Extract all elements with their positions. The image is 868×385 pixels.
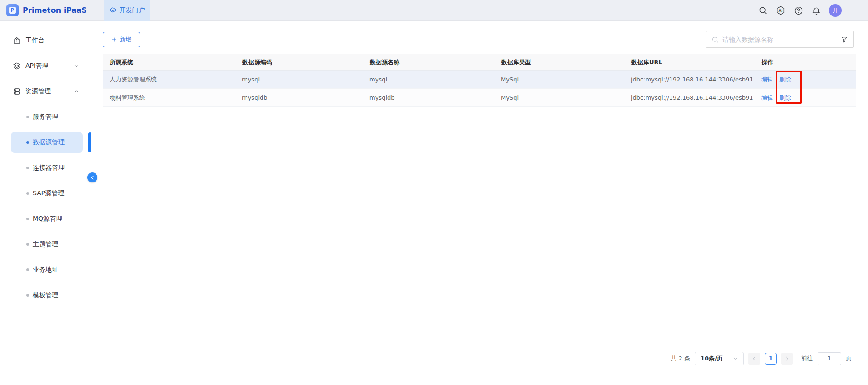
cell-db-type: MySql [495,89,625,106]
sidebar-subitem-connector-management[interactable]: 连接器管理 [0,155,92,181]
datasource-table-card: 所属系统 数据源编码 数据源名称 数据库类型 数据库URL 操作 人力资源管理系… [103,54,856,370]
notification-bell-icon[interactable] [811,5,821,15]
bullet-icon [26,141,29,144]
sidebar-subitem-label: SAP源管理 [33,189,64,198]
sidebar-item-label: API管理 [25,62,48,70]
sidebar-nav: 工作台 API管理 资源管理 服务管理 数据 [0,21,92,385]
ai-assistant-icon[interactable]: AI [776,5,786,15]
table-row: 物料管理系统 mysqldb mysqldb MySql jdbc:mysql:… [103,89,856,107]
next-page-button[interactable] [781,353,793,365]
page-unit-label: 页 [846,355,852,363]
delete-link[interactable]: 删除 [779,76,791,84]
goto-page-input[interactable] [818,352,841,365]
edit-link[interactable]: 编辑 [761,94,773,102]
cell-name: mysql [363,71,495,88]
bullet-icon [26,243,29,246]
cell-system: 人力资源管理系统 [103,71,236,88]
search-input[interactable] [722,36,837,43]
cell-code: mysqldb [236,89,363,106]
cell-system: 物料管理系统 [103,89,236,106]
table-header-row: 所属系统 数据源编码 数据源名称 数据库类型 数据库URL 操作 [103,54,856,71]
add-button[interactable]: 新增 [103,32,140,47]
logo-icon: P [6,4,19,16]
sidebar-item-resource-management[interactable]: 资源管理 [0,79,92,104]
bullet-icon [26,294,29,297]
prev-page-button[interactable] [748,353,760,365]
search-icon[interactable] [758,5,768,15]
column-header-name: 数据源名称 [363,54,495,70]
cell-db-url: jdbc:mysql://192.168.16.144:3306/esb91 [625,71,755,88]
bullet-icon [26,218,29,220]
user-avatar[interactable]: 开 [829,4,842,17]
sidebar-subitem-label: 数据源管理 [33,138,65,147]
top-header: P Primeton iPaaS 开发门户 AI 开 [0,0,868,21]
filter-funnel-icon[interactable] [841,36,848,43]
chevron-left-icon [752,356,757,361]
delete-link[interactable]: 删除 [779,94,791,102]
pagination-total: 共 2 条 [671,355,690,363]
chevron-down-icon [74,63,79,69]
chevron-right-icon [784,356,790,361]
sidebar-item-api-management[interactable]: API管理 [0,53,92,79]
table-empty-area [103,107,856,347]
edit-link[interactable]: 编辑 [761,76,773,84]
chevron-left-icon [90,175,95,180]
datasource-search-box [706,31,854,48]
column-header-code: 数据源编码 [236,54,363,70]
column-header-db-url: 数据库URL [625,54,755,70]
cell-actions: 编辑 删除 [755,89,856,106]
sidebar-subitem-label: 服务管理 [33,113,58,121]
app-title: Primeton iPaaS [23,6,87,15]
page-size-select[interactable]: 10条/页 [695,352,744,365]
layers-icon [109,7,116,14]
table-row: 人力资源管理系统 mysql mysql MySql jdbc:mysql://… [103,71,856,89]
chevron-up-icon [74,89,79,94]
column-header-actions: 操作 [755,54,856,70]
sidebar-subitem-label: MQ源管理 [33,215,62,223]
column-header-system: 所属系统 [103,54,236,70]
pagination-bar: 共 2 条 10条/页 1 前往 页 [103,347,856,370]
sidebar-collapse-button[interactable] [87,172,97,182]
add-button-label: 新增 [120,35,131,44]
help-icon[interactable] [793,5,803,15]
brand-logo: P Primeton iPaaS [0,4,97,16]
active-item-indicator [88,132,91,152]
cell-actions: 编辑 删除 [755,71,856,88]
search-icon [712,36,719,43]
cell-code: mysql [236,71,363,88]
app-window: P Primeton iPaaS 开发门户 AI 开 [0,0,868,385]
plus-icon [111,37,117,42]
goto-label: 前往 [801,355,813,363]
resource-server-icon [13,87,21,96]
sidebar-subitem-label: 模板管理 [33,291,58,299]
tab-dev-portal-label: 开发门户 [120,6,145,15]
sidebar-subitem-label: 主题管理 [33,240,58,248]
sidebar-subitem-datasource-management[interactable]: 数据源管理 [0,130,92,155]
sidebar-subitem-service-management[interactable]: 服务管理 [0,104,92,130]
chevron-down-icon [733,356,738,361]
page-size-value: 10条/页 [701,355,723,363]
bullet-icon [26,116,29,118]
sidebar-subitem-business-address[interactable]: 业务地址 [0,257,92,283]
current-page-button[interactable]: 1 [765,353,777,365]
column-header-db-type: 数据库类型 [495,54,625,70]
cell-name: mysqldb [363,89,495,106]
home-icon [13,36,21,45]
bullet-icon [26,167,29,169]
sidebar-subitem-template-management[interactable]: 模板管理 [0,283,92,308]
sidebar-subitem-sap-source-management[interactable]: SAP源管理 [0,181,92,206]
sidebar-subitem-mq-source-management[interactable]: MQ源管理 [0,206,92,232]
cell-db-type: MySql [495,71,625,88]
sidebar-subitem-label: 业务地址 [33,266,58,274]
api-layers-icon [13,62,21,70]
sidebar-subitem-label: 连接器管理 [33,164,65,172]
tab-dev-portal[interactable]: 开发门户 [104,0,150,21]
svg-text:AI: AI [779,9,783,13]
sidebar-item-workbench[interactable]: 工作台 [0,28,92,53]
bullet-icon [26,192,29,195]
sidebar-subitem-topic-management[interactable]: 主题管理 [0,232,92,257]
logo-letter: P [9,7,16,14]
cell-db-url: jdbc:mysql://192.168.16.144:3306/esb91 [625,89,755,106]
sidebar-item-label: 资源管理 [25,87,51,96]
sidebar-item-label: 工作台 [25,36,45,45]
